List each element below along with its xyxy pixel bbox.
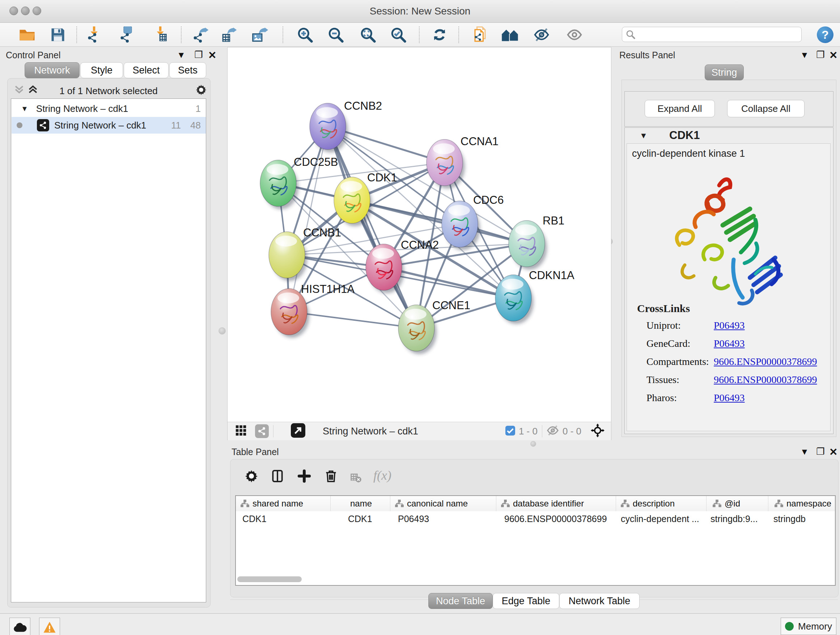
table-cell[interactable]: cyclin-dependent ...	[621, 512, 706, 526]
table-panel-close-icon[interactable]: ✕	[829, 446, 837, 458]
search-input[interactable]	[635, 29, 789, 40]
results-panel-title: Results Panel	[619, 50, 675, 60]
column-header[interactable]: @id	[706, 496, 768, 511]
help-icon[interactable]: ?	[815, 26, 835, 44]
control-panel-float-icon[interactable]: ❐	[194, 49, 202, 60]
column-header[interactable]: database identifier	[496, 496, 616, 511]
crosslink-pharos-link[interactable]: P06493	[714, 392, 745, 404]
column-header[interactable]: name	[331, 496, 390, 511]
tree-expander-icon[interactable]: ▼	[21, 105, 28, 113]
zoom-in-button[interactable]	[295, 26, 315, 44]
show-all-eye-icon[interactable]	[564, 26, 584, 44]
table-cell[interactable]: P06493	[398, 512, 496, 526]
add-column-icon[interactable]	[297, 469, 311, 485]
selected-checkbox-icon[interactable]	[505, 426, 515, 437]
table-cell[interactable]: stringdb:9...	[711, 512, 765, 526]
network-view-title: String Network – cdk1	[323, 426, 418, 437]
column-header[interactable]: canonical name	[390, 496, 496, 511]
zoom-selected-button[interactable]	[388, 26, 409, 44]
import-table-button[interactable]	[151, 26, 171, 44]
tab-edge-table[interactable]: Edge Table	[493, 593, 559, 609]
crosslink-label: Uniprot:	[646, 320, 681, 331]
open-session-button[interactable]	[17, 26, 37, 44]
control-panel-close-icon[interactable]: ✕	[208, 49, 216, 61]
network-node-ccna2[interactable]	[366, 244, 404, 293]
network-node-cdk1[interactable]	[334, 177, 372, 226]
network-node-cdkn1a[interactable]	[495, 275, 534, 324]
warning-icon[interactable]	[39, 618, 60, 635]
results-panel-close-icon[interactable]: ✕	[829, 49, 837, 61]
export-image-button[interactable]	[250, 26, 270, 44]
network-tree-root-row[interactable]: ▼ String Network – cdk1 1	[11, 100, 206, 117]
table-cell[interactable]: CDK1	[242, 512, 329, 526]
crosslink-genecard-link[interactable]: P06493	[714, 338, 745, 349]
network-collection-label: String Network – cdk1	[36, 103, 128, 114]
export-network-button[interactable]	[191, 26, 211, 44]
toolbar-separator	[283, 27, 283, 43]
tab-sets[interactable]: Sets	[169, 62, 206, 78]
collapse-all-button[interactable]: Collapse All	[727, 100, 805, 117]
horizontal-scrollbar[interactable]	[237, 576, 302, 582]
table-panel-menu-icon[interactable]: ▼	[800, 447, 809, 457]
network-options-gear-icon[interactable]	[195, 84, 207, 97]
table-panel-float-icon[interactable]: ❐	[816, 446, 824, 457]
table-gear-icon[interactable]	[245, 469, 258, 485]
zoom-out-button[interactable]	[325, 26, 346, 44]
network-node-hist1h1a[interactable]	[271, 288, 309, 338]
collapse-all-networks-icon[interactable]	[14, 84, 25, 96]
first-neighbors-icon[interactable]	[500, 26, 520, 44]
function-builder-icon: f(x)	[373, 468, 392, 483]
import-network-file-button[interactable]	[85, 26, 105, 44]
hide-selection-eye-slash-icon[interactable]	[531, 26, 552, 44]
tab-style[interactable]: Style	[80, 62, 123, 78]
network-node-ccna1[interactable]	[426, 139, 465, 188]
crosslink-uniprot-link[interactable]: P06493	[714, 320, 745, 331]
network-node-ccne1[interactable]	[398, 305, 437, 354]
import-network-database-button[interactable]	[117, 26, 137, 44]
tab-network[interactable]: Network	[25, 62, 80, 78]
zoom-fit-button[interactable]	[358, 26, 378, 44]
results-panel-float-icon[interactable]: ❐	[816, 49, 824, 60]
network-view-toolbar: String Network – cdk1 1 - 0 0 - 0	[227, 422, 611, 440]
network-node-ccnb1[interactable]	[269, 232, 307, 281]
cloud-icon[interactable]	[9, 618, 30, 635]
table-cell[interactable]: CDK1	[348, 512, 402, 526]
open-in-window-icon[interactable]	[291, 423, 305, 439]
control-panel-menu-icon[interactable]: ▼	[177, 50, 186, 60]
column-header[interactable]: namespace	[768, 496, 836, 511]
search-field[interactable]	[622, 27, 802, 42]
network-tree-row-selected[interactable]: String Network – cdk1 11 48	[11, 117, 206, 134]
delete-column-trash-icon[interactable]	[324, 469, 338, 485]
show-columns-icon[interactable]	[271, 469, 284, 485]
crosslink-tissues-link[interactable]: 9606.ENSP00000378699	[714, 374, 817, 386]
table-cell[interactable]: 9606.ENSP00000378699	[504, 512, 620, 526]
fit-content-crosshair-icon[interactable]	[591, 424, 605, 439]
expand-all-button[interactable]: Expand All	[645, 100, 715, 117]
network-node-rb1[interactable]	[508, 220, 547, 270]
birds-eye-view-icon[interactable]	[235, 424, 247, 438]
network-canvas[interactable]: CCNB2CCNA1CDC25BCDK1CDC6RB1CCNB1CCNA2CDK…	[227, 48, 611, 422]
tab-node-table[interactable]: Node Table	[428, 593, 493, 609]
network-node-cdc6[interactable]	[442, 201, 480, 250]
network-badge-icon[interactable]	[255, 424, 269, 438]
new-network-from-selection-button[interactable]	[470, 26, 490, 44]
column-header[interactable]: shared name	[236, 496, 331, 511]
results-panel-menu-icon[interactable]: ▼	[800, 50, 809, 60]
export-table-button[interactable]	[219, 26, 240, 44]
expand-all-networks-icon[interactable]	[27, 84, 38, 96]
tab-string[interactable]: String	[705, 65, 744, 80]
tab-network-table[interactable]: Network Table	[559, 593, 639, 609]
network-node-ccnb2[interactable]	[309, 103, 348, 152]
memory-button[interactable]: Memory	[781, 618, 836, 635]
node-label-ccnb2: CCNB2	[344, 100, 382, 112]
tab-select[interactable]: Select	[124, 62, 169, 78]
network-edge[interactable]	[352, 200, 527, 244]
refresh-icon[interactable]	[429, 26, 450, 44]
column-header[interactable]: description	[616, 496, 706, 511]
crosslink-compartments-link[interactable]: 9606.ENSP00000378699	[714, 356, 817, 367]
table-cell[interactable]: stringdb	[774, 512, 833, 526]
save-session-button[interactable]	[48, 26, 68, 44]
entry-expander-icon[interactable]: ▼	[639, 131, 647, 141]
bottom-splitter-handle[interactable]	[531, 441, 536, 447]
left-splitter-handle[interactable]	[218, 327, 226, 334]
